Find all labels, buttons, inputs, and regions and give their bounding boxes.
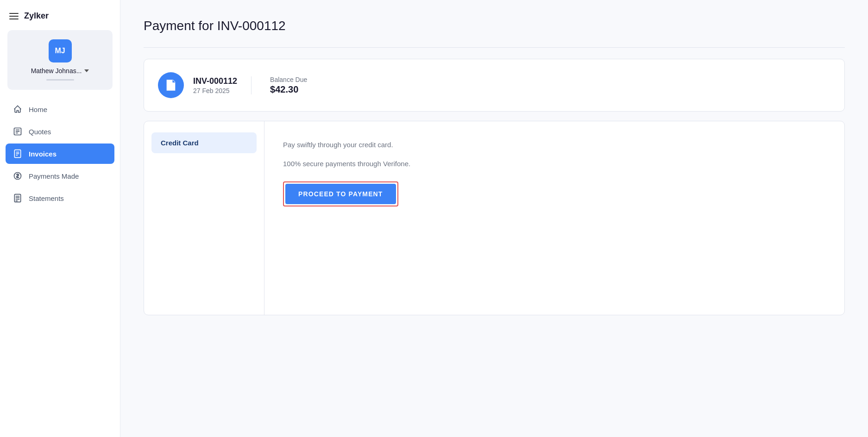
- page-divider: [144, 47, 845, 48]
- home-icon: [13, 105, 22, 114]
- sidebar-item-quotes[interactable]: Quotes: [6, 121, 114, 142]
- sidebar-item-quotes-label: Quotes: [29, 128, 51, 136]
- payment-card: Credit Card Pay swiftly through your cre…: [144, 121, 845, 315]
- page-title: Payment for INV-000112: [144, 19, 845, 33]
- chevron-down-icon[interactable]: [84, 69, 89, 72]
- hamburger-icon[interactable]: [9, 13, 19, 19]
- invoice-balance: Balance Due $42.30: [265, 76, 307, 95]
- user-card: MJ Mathew Johnas...: [7, 30, 113, 90]
- balance-amount: $42.30: [270, 84, 307, 95]
- sidebar: Zylker MJ Mathew Johnas... Home: [0, 0, 120, 437]
- proceed-to-payment-button[interactable]: PROCEED TO PAYMENT: [285, 184, 396, 204]
- user-divider: [46, 79, 74, 81]
- sidebar-item-invoices[interactable]: Invoices: [6, 144, 114, 164]
- sidebar-item-statements-label: Statements: [29, 194, 64, 202]
- sidebar-item-statements[interactable]: Statements: [6, 188, 114, 208]
- sidebar-item-payments-made-label: Payments Made: [29, 172, 79, 180]
- payment-secure-text: 100% secure payments through Verifone.: [283, 160, 826, 168]
- statements-icon: [13, 194, 22, 203]
- balance-label: Balance Due: [270, 76, 307, 83]
- brand-name: Zylker: [24, 11, 49, 21]
- user-name: Mathew Johnas...: [31, 67, 82, 75]
- sidebar-item-payments-made[interactable]: Payments Made: [6, 166, 114, 186]
- payment-method-credit-card[interactable]: Credit Card: [151, 132, 257, 153]
- sidebar-item-home[interactable]: Home: [6, 99, 114, 119]
- payment-content: Pay swiftly through your credit card. 10…: [264, 121, 844, 315]
- payment-methods-panel: Credit Card: [144, 121, 264, 315]
- quotes-icon: [13, 127, 22, 136]
- invoice-doc-icon: [164, 79, 177, 92]
- payment-description: Pay swiftly through your credit card.: [283, 140, 826, 150]
- user-name-row: Mathew Johnas...: [31, 67, 89, 75]
- invoice-card: INV-000112 27 Feb 2025 Balance Due $42.3…: [144, 59, 845, 112]
- avatar: MJ: [49, 39, 72, 62]
- invoice-info: INV-000112 27 Feb 2025: [193, 76, 252, 94]
- nav-menu: Home Quotes: [0, 99, 120, 208]
- proceed-button-wrapper: PROCEED TO PAYMENT: [283, 181, 398, 206]
- payments-made-icon: [13, 171, 22, 181]
- sidebar-item-home-label: Home: [29, 106, 47, 113]
- credit-card-label: Credit Card: [161, 139, 199, 147]
- invoice-date: 27 Feb 2025: [193, 87, 237, 94]
- invoice-icon-circle: [158, 72, 184, 98]
- invoice-number: INV-000112: [193, 76, 237, 86]
- main-content: Payment for INV-000112 INV-000112 27 Feb…: [120, 0, 868, 437]
- invoices-icon: [13, 149, 22, 158]
- sidebar-item-invoices-label: Invoices: [29, 150, 57, 158]
- sidebar-header: Zylker: [0, 0, 120, 30]
